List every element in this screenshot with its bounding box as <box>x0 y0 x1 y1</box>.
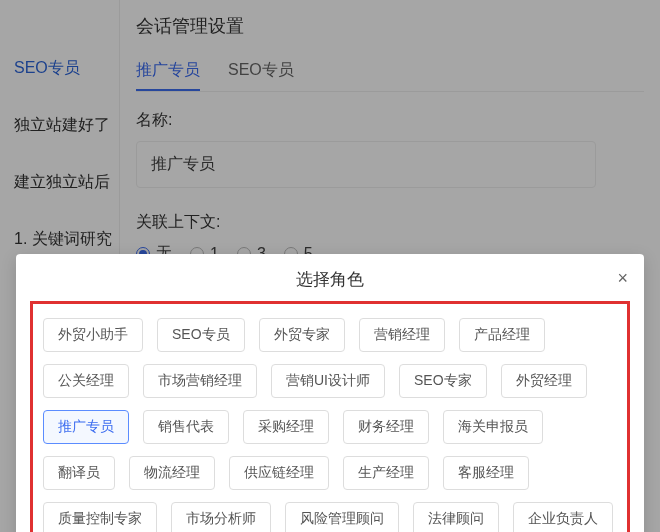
role-tag[interactable]: 销售代表 <box>143 410 229 444</box>
role-tag[interactable]: 客服经理 <box>443 456 529 490</box>
role-tag[interactable]: 物流经理 <box>129 456 215 490</box>
role-tag[interactable]: 外贸专家 <box>259 318 345 352</box>
role-tag[interactable]: 生产经理 <box>343 456 429 490</box>
modal-header: 选择角色 × <box>16 254 644 301</box>
role-tag[interactable]: 市场营销经理 <box>143 364 257 398</box>
role-tag[interactable]: SEO专员 <box>157 318 245 352</box>
role-tag[interactable]: 公关经理 <box>43 364 129 398</box>
role-tag[interactable]: 海关申报员 <box>443 410 543 444</box>
modal-body: 外贸小助手SEO专员外贸专家营销经理产品经理公关经理市场营销经理营销UI设计师S… <box>30 301 630 532</box>
role-tag[interactable]: 推广专员 <box>43 410 129 444</box>
modal-title: 选择角色 <box>296 270 364 289</box>
role-tag[interactable]: 采购经理 <box>243 410 329 444</box>
role-tag[interactable]: 外贸小助手 <box>43 318 143 352</box>
role-tag[interactable]: 供应链经理 <box>229 456 329 490</box>
role-tag[interactable]: 营销UI设计师 <box>271 364 385 398</box>
select-role-modal: 选择角色 × 外贸小助手SEO专员外贸专家营销经理产品经理公关经理市场营销经理营… <box>16 254 644 532</box>
role-tag[interactable]: 产品经理 <box>459 318 545 352</box>
role-tag[interactable]: 财务经理 <box>343 410 429 444</box>
role-tag[interactable]: 营销经理 <box>359 318 445 352</box>
role-tag[interactable]: 翻译员 <box>43 456 115 490</box>
role-tag[interactable]: 企业负责人 <box>513 502 613 532</box>
role-tag[interactable]: 市场分析师 <box>171 502 271 532</box>
close-icon[interactable]: × <box>617 268 628 289</box>
role-tag[interactable]: 风险管理顾问 <box>285 502 399 532</box>
role-tag[interactable]: 质量控制专家 <box>43 502 157 532</box>
role-tag[interactable]: SEO专家 <box>399 364 487 398</box>
role-grid: 外贸小助手SEO专员外贸专家营销经理产品经理公关经理市场营销经理营销UI设计师S… <box>43 318 617 532</box>
role-tag[interactable]: 外贸经理 <box>501 364 587 398</box>
role-tag[interactable]: 法律顾问 <box>413 502 499 532</box>
